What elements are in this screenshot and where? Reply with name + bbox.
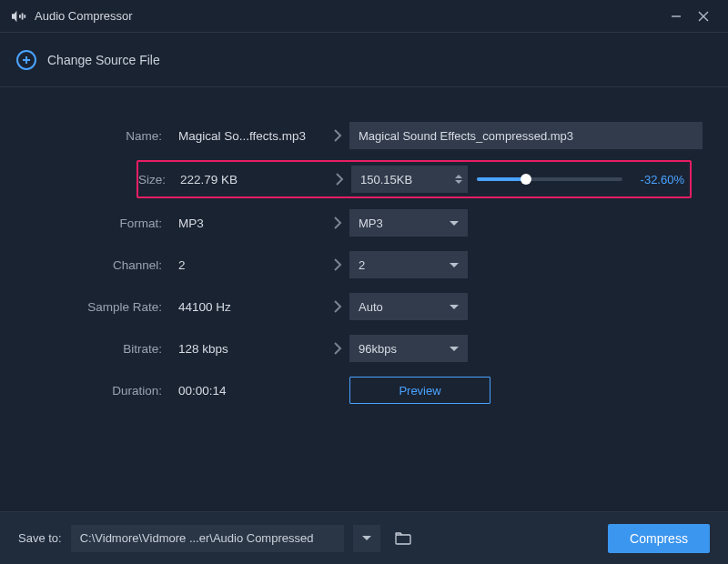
save-path-value: C:\Vidmore\Vidmore ...er\Audio Compresse… [80, 531, 314, 545]
change-source-bar[interactable]: Change Source File [0, 33, 728, 87]
label-channel: Channel: [18, 258, 173, 272]
bitrate-value: 96kbps [359, 342, 450, 356]
source-bitrate: 128 kbps [173, 342, 326, 356]
row-sample-rate: Sample Rate: 44100 Hz Auto [18, 286, 710, 327]
save-to-label: Save to: [18, 531, 62, 545]
row-format: Format: MP3 MP3 [18, 202, 710, 244]
target-name-input[interactable] [349, 122, 703, 149]
arrow-icon [326, 128, 349, 143]
content-area: Name: Magical So...ffects.mp3 Size: 222.… [0, 87, 728, 511]
label-format: Format: [18, 217, 173, 230]
folder-icon [395, 532, 411, 545]
bitrate-dropdown[interactable]: 96kbps [349, 335, 468, 362]
target-size-stepper[interactable]: 150.15KB [351, 166, 468, 193]
channel-value: 2 [359, 258, 450, 272]
label-size: Size: [138, 173, 175, 186]
arrow-icon [326, 216, 349, 230]
arrow-icon [326, 257, 349, 272]
row-name: Name: Magical So...ffects.mp3 [18, 115, 710, 156]
plus-circle-icon [16, 50, 36, 70]
arrow-icon [326, 299, 349, 314]
chevron-down-icon [450, 263, 459, 267]
arrow-icon [328, 172, 351, 186]
save-path-dropdown[interactable] [353, 525, 380, 552]
compress-button[interactable]: Compress [608, 524, 710, 553]
row-size: Size: 222.79 KB 150.15KB -32.60% [136, 160, 692, 198]
label-sample-rate: Sample Rate: [18, 300, 173, 314]
svg-rect-2 [22, 13, 24, 19]
source-sample-rate: 44100 Hz [173, 300, 326, 314]
source-format: MP3 [173, 217, 326, 230]
svg-rect-1 [19, 15, 21, 18]
target-size-value: 150.15KB [360, 173, 455, 186]
source-channel: 2 [173, 258, 326, 272]
source-name: Magical So...ffects.mp3 [173, 129, 326, 143]
close-button[interactable] [690, 3, 717, 30]
channel-dropdown[interactable]: 2 [349, 251, 468, 278]
chevron-down-icon [450, 347, 459, 351]
svg-rect-3 [24, 15, 25, 18]
slider-thumb[interactable] [521, 174, 531, 185]
row-channel: Channel: 2 2 [18, 244, 710, 286]
sample-rate-dropdown[interactable]: Auto [349, 293, 468, 320]
format-value: MP3 [359, 217, 450, 230]
svg-rect-9 [396, 535, 410, 544]
size-reduction-pct: -32.60% [632, 173, 684, 186]
open-folder-button[interactable] [389, 525, 417, 552]
size-slider[interactable] [477, 177, 622, 181]
titlebar: Audio Compressor [0, 0, 728, 33]
footer: Save to: C:\Vidmore\Vidmore ...er\Audio … [0, 511, 728, 564]
stepper-down-icon[interactable] [455, 180, 462, 184]
row-bitrate: Bitrate: 128 kbps 96kbps [18, 327, 710, 369]
stepper-up-icon[interactable] [455, 175, 462, 178]
save-path-field[interactable]: C:\Vidmore\Vidmore ...er\Audio Compresse… [71, 525, 344, 552]
minimize-button[interactable] [662, 3, 690, 30]
app-icon [11, 9, 27, 24]
label-duration: Duration: [18, 384, 173, 398]
svg-marker-0 [12, 10, 16, 21]
chevron-down-icon [450, 221, 459, 226]
format-dropdown[interactable]: MP3 [349, 209, 468, 237]
row-duration: Duration: 00:00:14 Preview [18, 369, 710, 411]
source-size: 222.79 KB [175, 173, 328, 186]
label-name: Name: [18, 129, 173, 143]
chevron-down-icon [450, 305, 459, 309]
preview-button[interactable]: Preview [349, 377, 490, 404]
chevron-down-icon [362, 536, 371, 540]
source-duration: 00:00:14 [173, 384, 326, 398]
arrow-icon [326, 341, 349, 356]
label-bitrate: Bitrate: [18, 342, 173, 356]
sample-rate-value: Auto [359, 300, 450, 314]
app-title: Audio Compressor [35, 9, 133, 23]
change-source-label: Change Source File [47, 53, 160, 67]
